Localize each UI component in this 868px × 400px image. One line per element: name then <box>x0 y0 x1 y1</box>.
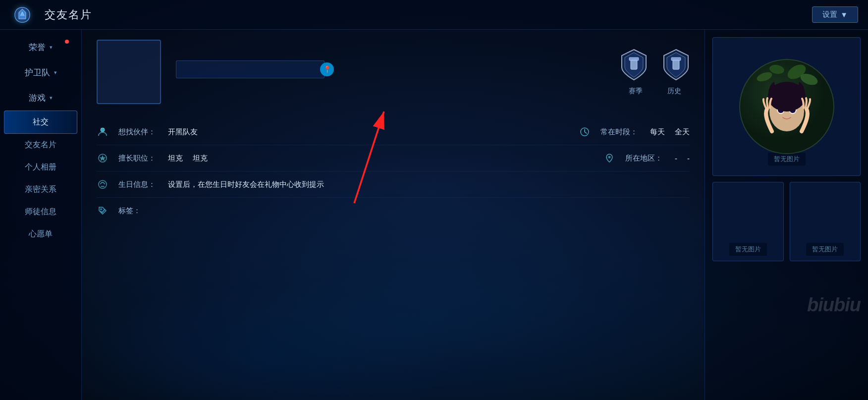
info-row-looking-for: 想找伙伴： 开黑队友 常在时段： 每天 全天 <box>97 119 690 145</box>
gallery-thumb-2[interactable]: 暂无图片 <box>790 182 861 261</box>
info-section: 想找伙伴： 开黑队友 常在时段： 每天 全天 <box>97 119 690 224</box>
sidebar-item-album-label: 个人相册 <box>25 163 56 171</box>
region-group: 所在地区： - - <box>603 152 690 164</box>
sidebar-item-mentor[interactable]: 师徒信息 <box>0 201 81 223</box>
profile-header: 📍 <box>97 40 690 104</box>
name-bar: 📍 <box>176 60 325 78</box>
sidebar-item-mentor-label: 师徒信息 <box>25 207 56 216</box>
clock-icon <box>579 126 591 138</box>
chevron-down-icon: ▾ <box>54 69 57 76</box>
sidebar-item-intimacy-label: 亲密关系 <box>25 185 56 193</box>
svg-rect-2 <box>673 59 679 69</box>
sidebar-item-friend-card[interactable]: 交友名片 <box>0 134 81 156</box>
sidebar-category-honor-label: 荣誉 <box>29 42 46 53</box>
region-value2: - <box>687 154 690 163</box>
info-row-birthday: 生日信息： 设置后，在您生日时好友会在礼物中心收到提示 <box>97 171 690 198</box>
rank-badge-season <box>620 49 648 81</box>
main-content: 📍 <box>82 30 705 400</box>
sidebar-item-wishlist[interactable]: 心愿单 <box>0 223 81 245</box>
birthday-label: 生日信息： <box>118 180 158 189</box>
rank-badges <box>620 49 690 81</box>
active-time-label: 常在时段： <box>600 127 640 137</box>
looking-for-value: 开黑队友 <box>168 127 198 137</box>
person-icon <box>97 126 108 138</box>
logo <box>10 2 35 27</box>
active-time-value1: 每天 <box>650 127 665 137</box>
info-row-tags: 标签： <box>97 198 690 224</box>
gallery-main[interactable]: 暂无图片 <box>712 37 861 176</box>
svg-point-9 <box>99 180 107 188</box>
rank-area: 赛季 历史 <box>620 49 690 96</box>
avatar <box>97 40 161 104</box>
gallery-thumb1-no-image-label: 暂无图片 <box>729 243 767 256</box>
settings-chevron-icon: ▼ <box>840 10 848 19</box>
region-value1: - <box>675 154 677 163</box>
sidebar-item-social[interactable]: 社交 <box>4 111 77 134</box>
sidebar-item-honor[interactable]: 荣誉 ▾ <box>0 35 81 60</box>
svg-point-10 <box>101 209 102 210</box>
role-value2: 坦克 <box>193 154 208 163</box>
svg-rect-1 <box>629 57 639 60</box>
tag-icon <box>97 205 108 217</box>
sidebar-item-guard[interactable]: 护卫队 ▾ <box>0 60 81 85</box>
active-time-value2: 全天 <box>675 127 690 137</box>
right-panel: 暂无图片 biubiu 暂无图片 暂无图片 <box>705 30 868 400</box>
sidebar-item-social-label: 社交 <box>33 117 49 126</box>
location-pin-icon: 📍 <box>320 62 334 76</box>
gallery-thumb-row: 暂无图片 暂无图片 <box>712 182 861 261</box>
role-value1: 坦克 <box>168 154 183 163</box>
rank-history-label: 历史 <box>667 87 681 96</box>
svg-rect-0 <box>631 59 637 69</box>
rank-shield-season-icon <box>620 49 648 81</box>
birthday-hint: 设置后，在您生日时好友会在礼物中心收到提示 <box>168 180 324 189</box>
info-row-role: 擅长职位： 坦克 坦克 所在地区： - - <box>97 145 690 171</box>
top-bar: 交友名片 设置 ▼ <box>0 0 868 30</box>
role-label: 擅长职位： <box>118 154 158 163</box>
profile-info: 📍 <box>176 60 620 83</box>
sidebar: 荣誉 ▾ 护卫队 ▾ 游戏 ▾ 社交 交友名片 个人相册 亲密关系 师徒信息 心… <box>0 30 82 400</box>
gallery-main-image <box>713 38 860 175</box>
biubiu-watermark: biubiu <box>807 294 861 316</box>
rank-badge-history <box>662 49 690 81</box>
sidebar-item-intimacy[interactable]: 亲密关系 <box>0 178 81 201</box>
map-pin-icon <box>603 152 615 164</box>
svg-point-4 <box>101 128 105 132</box>
sidebar-item-wishlist-label: 心愿单 <box>29 229 53 238</box>
gallery-thumb-1[interactable]: 暂无图片 <box>712 182 784 261</box>
rank-shield-history-icon <box>662 49 690 81</box>
settings-label: 设置 <box>822 10 837 19</box>
sidebar-category-game-label: 游戏 <box>29 92 46 104</box>
rank-labels: 赛季 历史 <box>629 87 681 96</box>
sidebar-category-guard-label: 护卫队 <box>25 67 50 78</box>
chevron-down-icon: ▾ <box>50 44 53 51</box>
page-title: 交友名片 <box>45 7 92 22</box>
looking-for-label: 想找伙伴： <box>118 127 158 137</box>
star-icon <box>97 152 108 164</box>
active-time-group: 常在时段： 每天 全天 <box>579 126 690 138</box>
settings-button[interactable]: 设置 ▼ <box>812 6 858 23</box>
chevron-down-icon: ▾ <box>50 95 53 101</box>
gallery-thumb2-no-image-label: 暂无图片 <box>806 243 844 256</box>
rank-season-label: 赛季 <box>629 87 643 96</box>
notification-dot <box>65 40 69 44</box>
sidebar-item-friend-card-label: 交友名片 <box>25 140 56 149</box>
birthday-icon <box>97 178 108 190</box>
tags-label: 标签： <box>118 206 158 216</box>
region-label: 所在地区： <box>625 154 665 163</box>
svg-rect-3 <box>671 57 681 60</box>
sidebar-item-game[interactable]: 游戏 ▾ <box>0 85 81 111</box>
svg-marker-7 <box>100 155 106 161</box>
sidebar-item-album[interactable]: 个人相册 <box>0 156 81 178</box>
svg-point-8 <box>608 156 611 159</box>
